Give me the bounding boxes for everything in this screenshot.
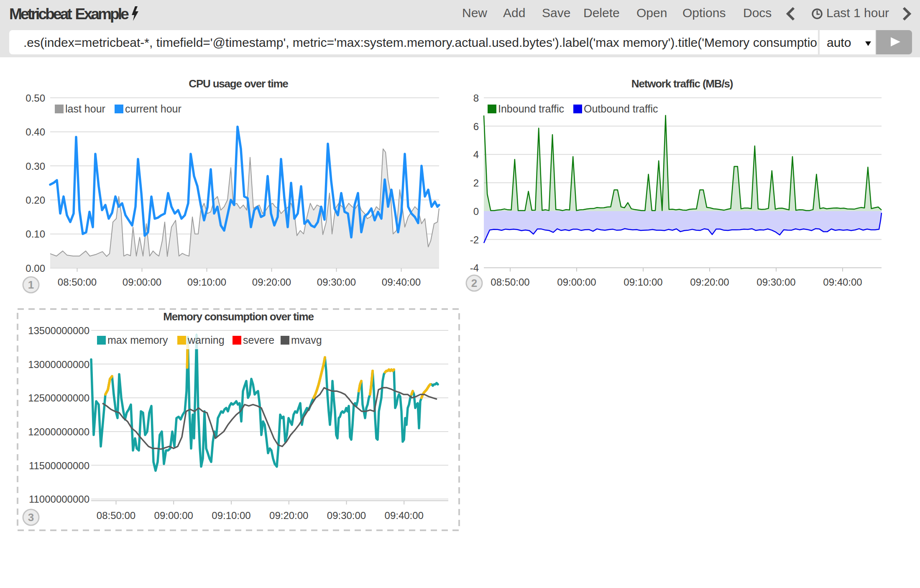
- svg-text:6: 6: [473, 121, 479, 132]
- svg-text:-2: -2: [470, 234, 479, 245]
- svg-text:Memory consumption over time: Memory consumption over time: [163, 310, 314, 323]
- svg-text:12000000000: 12000000000: [28, 426, 89, 437]
- svg-text:09:10:00: 09:10:00: [624, 276, 662, 288]
- svg-text:2: 2: [473, 177, 479, 189]
- svg-text:max memory: max memory: [107, 334, 168, 346]
- svg-text:08:50:00: 08:50:00: [491, 276, 529, 288]
- svg-text:09:10:00: 09:10:00: [212, 510, 250, 521]
- svg-text:09:30:00: 09:30:00: [756, 276, 795, 288]
- svg-text:09:00:00: 09:00:00: [557, 276, 596, 288]
- svg-text:-4: -4: [470, 262, 479, 274]
- svg-text:Inbound traffic: Inbound traffic: [498, 103, 564, 115]
- svg-text:11000000000: 11000000000: [29, 493, 89, 505]
- svg-text:13500000000: 13500000000: [28, 325, 89, 336]
- svg-text:last hour: last hour: [65, 103, 105, 115]
- svg-text:09:30:00: 09:30:00: [317, 276, 356, 288]
- svg-text:11500000000: 11500000000: [29, 460, 89, 471]
- svg-text:0.20: 0.20: [26, 194, 45, 206]
- svg-text:3: 3: [28, 511, 34, 524]
- svg-text:0.40: 0.40: [26, 126, 45, 138]
- svg-text:0: 0: [473, 206, 479, 217]
- svg-text:8: 8: [473, 92, 479, 104]
- svg-text:1: 1: [28, 279, 34, 291]
- svg-text:09:30:00: 09:30:00: [327, 510, 366, 521]
- svg-text:mvavg: mvavg: [291, 334, 322, 346]
- svg-text:08:50:00: 08:50:00: [58, 276, 97, 288]
- svg-text:09:00:00: 09:00:00: [123, 276, 161, 288]
- svg-text:09:20:00: 09:20:00: [252, 276, 291, 288]
- svg-text:09:40:00: 09:40:00: [382, 276, 421, 288]
- svg-text:0.50: 0.50: [26, 92, 45, 104]
- svg-text:12500000000: 12500000000: [28, 392, 89, 404]
- svg-text:severe: severe: [243, 334, 274, 346]
- svg-text:08:50:00: 08:50:00: [97, 510, 135, 521]
- svg-text:0.10: 0.10: [26, 228, 45, 240]
- svg-text:09:20:00: 09:20:00: [690, 276, 729, 288]
- svg-text:CPU usage over time: CPU usage over time: [189, 77, 288, 90]
- svg-text:0.30: 0.30: [26, 161, 45, 172]
- svg-text:09:40:00: 09:40:00: [823, 276, 862, 288]
- svg-text:4: 4: [473, 149, 479, 160]
- svg-text:Network traffic (MB/s): Network traffic (MB/s): [631, 77, 733, 90]
- svg-text:0.00: 0.00: [26, 263, 45, 274]
- svg-text:current hour: current hour: [125, 103, 181, 115]
- svg-text:09:40:00: 09:40:00: [385, 510, 424, 521]
- svg-text:warning: warning: [187, 334, 225, 346]
- svg-text:09:10:00: 09:10:00: [187, 276, 226, 288]
- svg-text:Outbound traffic: Outbound traffic: [584, 103, 658, 115]
- svg-text:09:20:00: 09:20:00: [269, 510, 308, 521]
- svg-text:2: 2: [471, 277, 477, 289]
- svg-text:09:00:00: 09:00:00: [154, 510, 193, 521]
- svg-text:13000000000: 13000000000: [28, 359, 89, 370]
